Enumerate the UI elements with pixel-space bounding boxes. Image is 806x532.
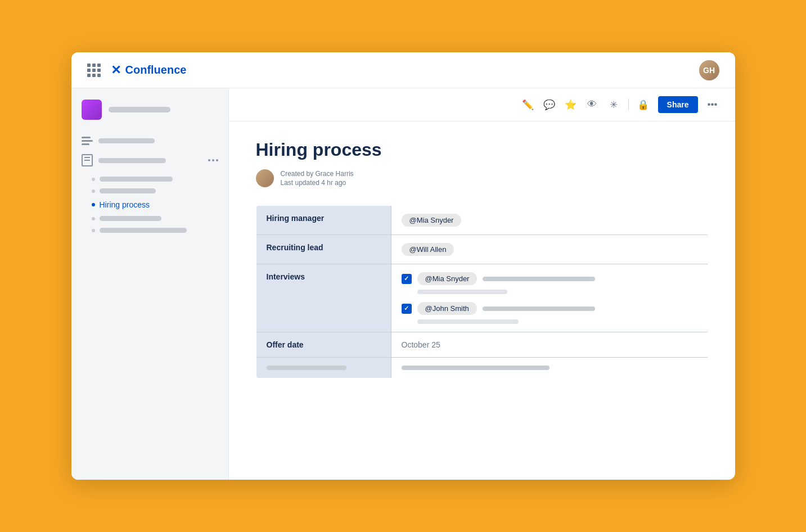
- confluence-name: Confluence: [125, 64, 187, 76]
- value-last-placeholder: [402, 366, 550, 370]
- sidebar-top: [71, 100, 228, 130]
- toolbar: ✏️ 💬 ⭐ 👁 ✳ 🔒 Share •••: [229, 88, 735, 121]
- avatar-image: GH: [699, 60, 719, 80]
- hiring-table: Hiring manager @Mia Snyder Recruiting le…: [256, 205, 708, 378]
- sidebar-nav: Hiring process: [71, 130, 228, 238]
- bullet-3: [92, 217, 95, 220]
- mention-mia-snyder[interactable]: @Mia Snyder: [402, 214, 462, 227]
- page-meta: Created by Grace Harris Last updated 4 h…: [256, 169, 708, 187]
- label-last: [256, 358, 391, 378]
- nav-text-1: [98, 138, 155, 143]
- list-text-1: [100, 177, 173, 182]
- grid-icon[interactable]: [87, 64, 101, 77]
- list-item-1[interactable]: [92, 173, 228, 185]
- value-last: [391, 358, 708, 378]
- confluence-x-icon: ✕: [111, 63, 121, 78]
- interview-sub-1: [417, 290, 507, 294]
- edit-icon[interactable]: ✏️: [521, 98, 535, 111]
- sidebar-nav-item-2[interactable]: [71, 150, 228, 171]
- table-row-last: [256, 358, 708, 378]
- value-offer-date: October 25: [391, 332, 708, 358]
- nav-text-2: [98, 158, 166, 163]
- main-area: Hiring process ✏️ 💬 ⭐: [71, 88, 735, 480]
- toolbar-divider: [628, 98, 629, 111]
- label-offer-date: Offer date: [256, 332, 391, 358]
- label-hiring-manager: Hiring manager: [256, 206, 391, 235]
- checkbox-john[interactable]: [402, 304, 412, 314]
- list-item-hiring-process[interactable]: Hiring process: [92, 197, 228, 213]
- comment-icon[interactable]: 💬: [543, 98, 556, 111]
- more-options-icon[interactable]: •••: [706, 98, 719, 111]
- watch-icon[interactable]: 👁: [586, 98, 599, 111]
- lock-icon[interactable]: 🔒: [637, 98, 650, 111]
- value-hiring-manager: @Mia Snyder: [391, 206, 708, 235]
- author-avatar: [256, 169, 274, 187]
- list-item-2[interactable]: [92, 185, 228, 197]
- offer-date-value: October 25: [402, 340, 440, 349]
- space-name-placeholder: [109, 107, 170, 112]
- list-text-2: [100, 188, 156, 193]
- table-row-offer-date: Offer date October 25: [256, 332, 708, 358]
- page-content: Hiring process Created by Grace Harris L…: [229, 121, 735, 396]
- star-icon[interactable]: ⭐: [564, 98, 578, 111]
- table-row-hiring-manager: Hiring manager @Mia Snyder: [256, 206, 708, 235]
- interview-row-2: @John Smith: [402, 302, 697, 315]
- bullet-1: [92, 178, 95, 181]
- created-by: Created by Grace Harris: [281, 170, 354, 178]
- top-bar: ✕ Confluence GH: [71, 52, 735, 88]
- value-recruiting-lead: @Will Allen: [391, 235, 708, 264]
- interview-text-1: [483, 277, 595, 281]
- sidebar: Hiring process: [71, 88, 229, 480]
- mention-mia-interview[interactable]: @Mia Snyder: [417, 272, 478, 285]
- space-icon: [82, 100, 102, 120]
- table-row-interviews: Interviews @Mia Snyder: [256, 264, 708, 332]
- sidebar-list: Hiring process: [71, 173, 228, 236]
- bullet-active: [92, 203, 95, 206]
- confluence-logo[interactable]: ✕ Confluence: [111, 63, 187, 78]
- bullet-4: [92, 229, 95, 232]
- page-title: Hiring process: [256, 139, 708, 160]
- label-last-placeholder: [267, 366, 346, 370]
- list-text-3: [100, 216, 161, 221]
- mention-john-interview[interactable]: @John Smith: [417, 302, 477, 315]
- meta-text: Created by Grace Harris Last updated 4 h…: [281, 170, 354, 187]
- loader-icon[interactable]: ✳: [607, 98, 620, 111]
- nav-doc-icon: [82, 154, 93, 166]
- list-item-4[interactable]: [92, 224, 228, 236]
- user-avatar[interactable]: GH: [699, 60, 719, 80]
- value-interviews: @Mia Snyder @John Smith: [391, 264, 708, 332]
- list-item-3[interactable]: [92, 213, 228, 224]
- hiring-process-link[interactable]: Hiring process: [100, 200, 150, 209]
- more-menu-icon[interactable]: [208, 159, 218, 161]
- checkbox-mia[interactable]: [402, 274, 412, 284]
- table-row-recruiting-lead: Recruiting lead @Will Allen: [256, 235, 708, 264]
- label-interviews: Interviews: [256, 264, 391, 332]
- interview-text-2: [483, 306, 595, 311]
- bullet-2: [92, 190, 95, 193]
- list-text-4: [100, 228, 187, 233]
- mention-will-allen[interactable]: @Will Allen: [402, 243, 454, 256]
- last-updated: Last updated 4 hr ago: [281, 179, 354, 187]
- interview-sub-2: [417, 319, 519, 324]
- nav-list-icon: [82, 137, 93, 145]
- share-button[interactable]: Share: [658, 96, 698, 113]
- content-area: ✏️ 💬 ⭐ 👁 ✳ 🔒 Share ••• Hiring process Cr…: [229, 88, 735, 480]
- sidebar-nav-item-1[interactable]: [71, 132, 228, 150]
- label-recruiting-lead: Recruiting lead: [256, 235, 391, 264]
- interview-row-1: @Mia Snyder: [402, 272, 697, 285]
- browser-window: ✕ Confluence GH: [71, 52, 735, 480]
